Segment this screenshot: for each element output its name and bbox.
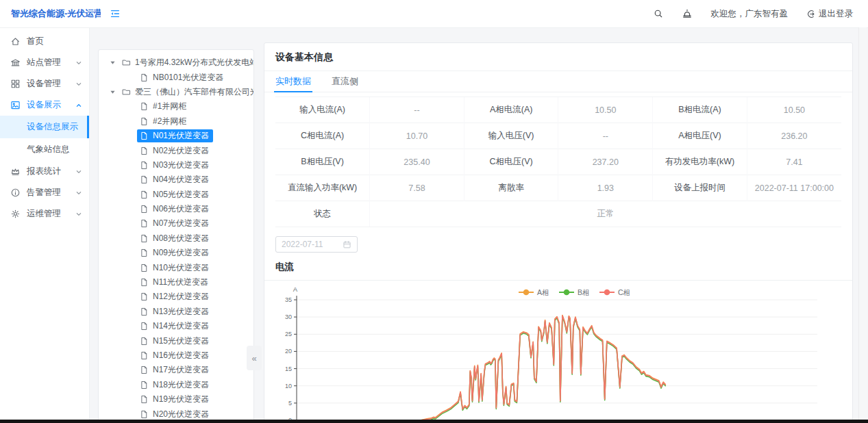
- tree-device-node[interactable]: N15光伏逆变器: [99, 333, 253, 348]
- tree-device-node[interactable]: N18光伏逆变器: [99, 378, 253, 392]
- tree-device-node[interactable]: N07光伏逆变器: [99, 216, 253, 231]
- tree-device-node[interactable]: #2并网柜: [99, 114, 253, 129]
- sidebar-subitem-device-info-display[interactable]: 设备信息展示: [0, 116, 89, 138]
- svg-text:20: 20: [285, 348, 292, 355]
- tree-device-node[interactable]: N02光伏逆变器: [99, 143, 253, 157]
- sidebar-item-site-mgmt[interactable]: 站点管理: [0, 52, 89, 73]
- date-picker[interactable]: 2022-07-11: [275, 236, 358, 253]
- file-icon: [140, 307, 149, 316]
- tree-node-label: N15光伏逆变器: [153, 335, 209, 347]
- info-value: 7.58: [370, 175, 464, 201]
- file-icon: [140, 234, 149, 243]
- tree-node-label: 爱三（佛山）汽车部件有限公司光伏发: [135, 86, 253, 98]
- sidebar-item-label: 站点管理: [27, 57, 61, 68]
- info-label: A相电流(A): [464, 97, 558, 123]
- devices-icon: [10, 79, 21, 89]
- tree-node-label: N06光伏逆变器: [153, 203, 209, 215]
- caret-down-icon[interactable]: [110, 60, 116, 66]
- calendar-icon: [343, 240, 351, 249]
- info-value: 10.50: [558, 97, 653, 123]
- sidebar-item-ops-mgmt[interactable]: 运维管理: [0, 203, 89, 225]
- tree-node-label: N03光伏逆变器: [153, 159, 209, 171]
- tree-device-node[interactable]: N11光伏逆变器: [99, 275, 253, 290]
- logout-button[interactable]: 退出登录: [806, 8, 853, 20]
- search-icon[interactable]: [654, 9, 663, 18]
- chevron-down-icon: [75, 60, 82, 66]
- sidebar-subitem-weather-station-info[interactable]: 气象站信息: [0, 138, 89, 161]
- svg-text:15: 15: [285, 366, 292, 372]
- tree-device-node[interactable]: N08光伏逆变器: [99, 231, 253, 246]
- tab-realtime-data[interactable]: 实时数据: [275, 71, 311, 92]
- info-circle-icon: [10, 188, 21, 198]
- alarm-icon[interactable]: [682, 8, 693, 19]
- tab-dc-side[interactable]: 直流侧: [332, 71, 358, 92]
- report-icon: [10, 166, 21, 177]
- device-info-table: 输入电流(A)--A相电流(A)10.50B相电流(A)10.50C相电流(A)…: [275, 97, 841, 227]
- info-label: C相电流(A): [275, 123, 370, 149]
- info-label: 设备上报时间: [653, 175, 747, 201]
- device-tree-panel: 1号家用4.32kW分布式光伏发电站NB0101光伏逆变器爱三（佛山）汽车部件有…: [98, 49, 254, 423]
- sidebar-item-alarm-mgmt[interactable]: 告警管理: [0, 182, 89, 203]
- tree-device-node[interactable]: N01光伏逆变器: [99, 129, 253, 143]
- info-value: 10.50: [747, 97, 841, 123]
- info-label: 离散率: [464, 175, 558, 201]
- table-row: C相电流(A)10.70输入电压(V)--A相电压(V)236.20: [275, 123, 841, 149]
- file-icon: [140, 175, 149, 184]
- tree-device-node[interactable]: N17光伏逆变器: [99, 363, 253, 377]
- tree-device-node[interactable]: N03光伏逆变器: [99, 158, 253, 172]
- tree-collapse-handle[interactable]: «: [247, 346, 262, 370]
- tree-device-node[interactable]: N05光伏逆变器: [99, 188, 253, 202]
- date-picker-value: 2022-07-11: [282, 240, 323, 249]
- page-scrollbar[interactable]: [858, 27, 867, 420]
- bottom-edge-bar: [0, 420, 868, 423]
- sidebar-item-report-stats[interactable]: 报表统计: [0, 161, 89, 182]
- info-value: 2022-07-11 17:00:00: [747, 175, 841, 201]
- logout-icon: [806, 10, 815, 18]
- tree-node-label: N04光伏逆变器: [153, 174, 209, 185]
- panel-title: 设备基本信息: [264, 43, 852, 71]
- tree-device-node[interactable]: N16光伏逆变器: [99, 348, 253, 363]
- tree-folder-node[interactable]: 爱三（佛山）汽车部件有限公司光伏发: [99, 85, 253, 99]
- sidebar-item-home[interactable]: 首页: [0, 31, 89, 52]
- file-icon: [140, 102, 149, 111]
- tree-node-label: N05光伏逆变器: [153, 189, 209, 201]
- tree-device-node[interactable]: N13光伏逆变器: [99, 305, 253, 319]
- tree-node-label: NB0101光伏逆变器: [153, 72, 223, 84]
- tree-folder-node[interactable]: 1号家用4.32kW分布式光伏发电站: [99, 55, 253, 70]
- table-row: 直流输入功率(kW)7.58离散率1.93设备上报时间2022-07-11 17…: [275, 175, 841, 201]
- tree-device-node[interactable]: N09光伏逆变器: [99, 246, 253, 260]
- info-value: 235.40: [370, 149, 464, 175]
- tree-device-node[interactable]: #1并网柜: [99, 99, 253, 114]
- info-label: B相电压(V): [275, 149, 370, 175]
- file-icon: [140, 381, 149, 389]
- tree-node-label: N19光伏逆变器: [153, 394, 209, 405]
- tree-device-node[interactable]: N12光伏逆变器: [99, 290, 253, 304]
- file-icon: [140, 322, 149, 331]
- svg-text:A相: A相: [537, 288, 549, 296]
- folder-icon: [122, 58, 131, 67]
- file-icon: [140, 366, 149, 374]
- tree-device-node[interactable]: N10光伏逆变器: [99, 260, 253, 274]
- info-value: 10.70: [370, 123, 464, 149]
- tree-device-node[interactable]: N14光伏逆变器: [99, 319, 253, 333]
- tree-device-node[interactable]: N04光伏逆变器: [99, 172, 253, 187]
- top-header: 智光综合能源-光伏运营 欢迎您，广东智有盈 退出登录: [0, 0, 868, 28]
- caret-down-icon[interactable]: [110, 89, 116, 95]
- sidebar-item-device-display[interactable]: 设备展示: [0, 94, 89, 116]
- tree-device-node[interactable]: N06光伏逆变器: [99, 202, 253, 216]
- tree-node-label: N12光伏逆变器: [153, 291, 209, 303]
- tree-device-node[interactable]: N19光伏逆变器: [99, 392, 253, 407]
- sidebar-item-label: 设备展示: [27, 99, 61, 111]
- info-label: 有功发电功率(kW): [653, 149, 747, 175]
- tree-node-label: #1并网柜: [153, 101, 186, 112]
- sidebar-subitem-label: 设备信息展示: [27, 121, 78, 133]
- sidebar-item-label: 首页: [27, 36, 44, 47]
- info-label: 输入电流(A): [275, 97, 370, 123]
- svg-text:30: 30: [285, 313, 292, 320]
- info-value: 236.20: [747, 123, 841, 149]
- chevron-up-icon: [75, 102, 82, 109]
- menu-fold-icon[interactable]: [110, 8, 121, 19]
- sidebar-item-label: 报表统计: [27, 166, 61, 177]
- sidebar-item-device-mgmt[interactable]: 设备管理: [0, 73, 89, 94]
- tree-device-node[interactable]: NB0101光伏逆变器: [99, 70, 253, 84]
